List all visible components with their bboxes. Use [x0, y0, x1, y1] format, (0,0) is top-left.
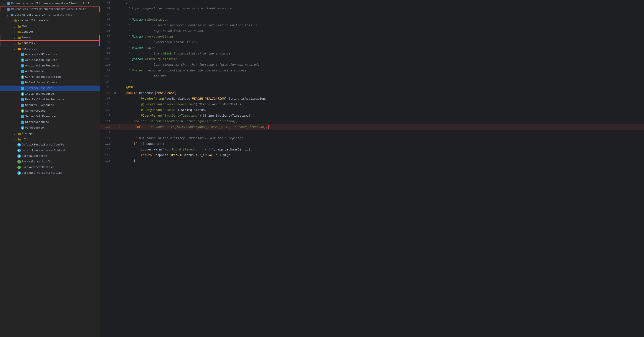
line-number: 108 — [100, 102, 113, 107]
line-number: 101 — [100, 62, 113, 68]
sidebar-item-label: ServerCodecs — [25, 108, 46, 113]
sidebar-item-PeerReplicationResource[interactable]: CPeerReplicationResource — [0, 97, 100, 102]
arrow-icon — [14, 154, 17, 158]
sidebar-item-DefaultServerCodecs[interactable]: CDefaultServerCodecs — [0, 80, 100, 86]
class-icon: C — [21, 81, 24, 84]
arrow-icon — [17, 87, 20, 90]
sidebar-item-maven-core[interactable]: MMaven: com.netflix.eureka:eureka-core:1… — [0, 6, 100, 12]
sidebar-item-DefaultEurekaServerConfig[interactable]: CDefaultEurekaServerConfig — [0, 142, 100, 148]
line-content: * @param isReplication — [117, 17, 644, 22]
line-content: @HeaderParam(PeerEurekaNode.HEADER_REPLI… — [117, 96, 644, 102]
line-content: } — [117, 158, 644, 164]
line-content: boolean isFromReplicaNode = "true".equal… — [117, 118, 644, 124]
sidebar-item-ASGResource[interactable]: CASGResource — [0, 68, 100, 74]
line-number: 102 — [100, 68, 113, 74]
arrow-icon — [14, 47, 17, 50]
arrow-icon — [17, 81, 20, 84]
sidebar-item-StatusResource[interactable]: CStatusResource — [0, 120, 100, 125]
code-line: 98 * @param status — [100, 45, 644, 51]
class-icon: C — [21, 53, 24, 56]
sidebar-item-EurekaServerConfig[interactable]: IEurekaServerConfig — [0, 159, 100, 164]
line-gutter — [113, 124, 117, 130]
sidebar-item-com.netflix.eureka[interactable]: com.netflix.eureka — [0, 18, 100, 24]
line-number: 115 — [100, 141, 113, 147]
line-content: logger.warn("Not Found (Renew): {} - {}"… — [117, 147, 644, 152]
line-gutter — [113, 136, 117, 141]
package-icon — [14, 19, 17, 22]
line-content: * failure. — [117, 74, 644, 79]
line-number: 93 — [100, 17, 113, 22]
sidebar-item-aws[interactable]: aws — [0, 24, 100, 29]
code-line: 105 @PUT — [100, 85, 644, 90]
line-gutter — [113, 96, 117, 102]
sidebar-item-label: eureka-core-1.9.17.jar — [15, 12, 52, 17]
line-number: 107 — [100, 96, 113, 102]
sidebar-item-registry[interactable]: registry — [0, 40, 100, 46]
sidebar-item-label: DefaultServerCodecs — [25, 80, 57, 85]
line-gutter — [113, 28, 117, 34]
class-icon: C — [21, 70, 24, 73]
sidebar-item-VIPResource[interactable]: CVIPResource — [0, 125, 100, 131]
sidebar-item-CurrentRequestVersion[interactable]: CCurrentRequestVersion — [0, 74, 100, 80]
line-number: 111 — [100, 118, 113, 124]
sidebar-item-maven-client[interactable]: MMaven: com.netflix.eureka:eureka-client… — [0, 1, 100, 6]
line-content: * A put request for renewing lease from … — [117, 6, 644, 11]
line-gutter — [113, 51, 117, 56]
sidebar-item-label: lease — [22, 35, 30, 40]
line-gutter — [113, 141, 117, 147]
sidebar-item-label: EurekaBootStrap — [22, 154, 47, 158]
line-gutter — [113, 62, 117, 68]
class-icon: C — [21, 87, 24, 90]
sidebar-item-transport[interactable]: transport — [0, 131, 100, 136]
arrow-icon — [17, 110, 20, 112]
sidebar-item-ServerCodecs[interactable]: IServerCodecs — [0, 108, 100, 114]
sidebar-item-label: ApplicationResource — [25, 58, 57, 62]
code-area: 90 /**91 * A put request for renewing le… — [100, 0, 644, 164]
line-gutter — [113, 34, 117, 40]
sidebar-item-resources[interactable]: resources — [0, 46, 100, 52]
sidebar-item-AbstractVIPResource[interactable]: CAbstractVIPResource — [0, 52, 100, 57]
sidebar-item-SecureVIPResource[interactable]: CSecureVIPResource — [0, 102, 100, 108]
sidebar-item-InstanceResource[interactable]: CInstanceResource — [0, 86, 100, 91]
code-line: 104 */ — [100, 79, 644, 85]
line-gutter — [113, 85, 117, 90]
sidebar-item-ServerInfoResource[interactable]: CServerInfoResource — [0, 114, 100, 120]
sidebar-item-label: ApplicationsResource — [25, 64, 59, 68]
line-content: @PUT — [117, 85, 644, 90]
line-number: 103 — [100, 74, 113, 79]
line-content: @QueryParam("lastDirtyTimestamp") String… — [117, 113, 644, 118]
line-number: 97 — [100, 40, 113, 45]
arrow-icon — [14, 36, 17, 39]
sidebar-item-label: SecureVIPResource — [25, 103, 54, 108]
arrow-icon — [4, 8, 6, 11]
class-icon: C — [21, 64, 24, 68]
sidebar-item-InstancesResource[interactable]: CInstancesResource — [0, 91, 100, 97]
sidebar-item-cluster[interactable]: cluster — [0, 29, 100, 35]
sidebar-item-lease[interactable]: lease — [0, 35, 100, 40]
override-icon: @ — [114, 92, 116, 94]
sidebar-item-util[interactable]: util — [0, 136, 100, 142]
line-content: * last timestamp when this instance info… — [117, 62, 644, 68]
sidebar-item-ApplicationResource[interactable]: CApplicationResource — [0, 57, 100, 63]
code-editor: 90 /**91 * A put request for renewing le… — [100, 0, 644, 337]
line-gutter — [113, 79, 117, 85]
line-content: // Not found in the registry, immediatel… — [117, 136, 644, 141]
sidebar-item-EurekaBootStrap[interactable]: CEurekaBootStrap — [0, 153, 100, 159]
sidebar-item-ApplicationsResource[interactable]: CApplicationsResource — [0, 63, 100, 68]
svg-text:M: M — [8, 8, 10, 11]
sidebar-item-eureka-core-jar[interactable]: eureka-core-1.9.17.jarlibrary root — [0, 12, 100, 18]
sidebar-item-DefaultEurekaServerContext[interactable]: CDefaultEurekaServerContext — [0, 148, 100, 153]
code-line: 118 } — [100, 158, 644, 164]
arrow-icon — [14, 25, 17, 28]
svg-rect-17 — [18, 48, 19, 49]
line-content: * a header parameter containing informat… — [117, 22, 644, 28]
sidebar-item-EurekaServerContextHolder[interactable]: CEurekaServerContextHolder — [0, 170, 100, 176]
line-gutter — [113, 40, 117, 45]
sidebar-item-EurekaServerContext[interactable]: IEurekaServerContext — [0, 164, 100, 170]
code-line: 112 boolean isSuccess = registry.renew(a… — [100, 124, 644, 130]
line-gutter — [113, 17, 117, 22]
arrow-icon — [17, 76, 20, 78]
line-content: * @param lastDirtyTimestamp — [117, 56, 644, 62]
arrow-icon — [14, 30, 17, 34]
arrow-icon — [10, 19, 14, 22]
